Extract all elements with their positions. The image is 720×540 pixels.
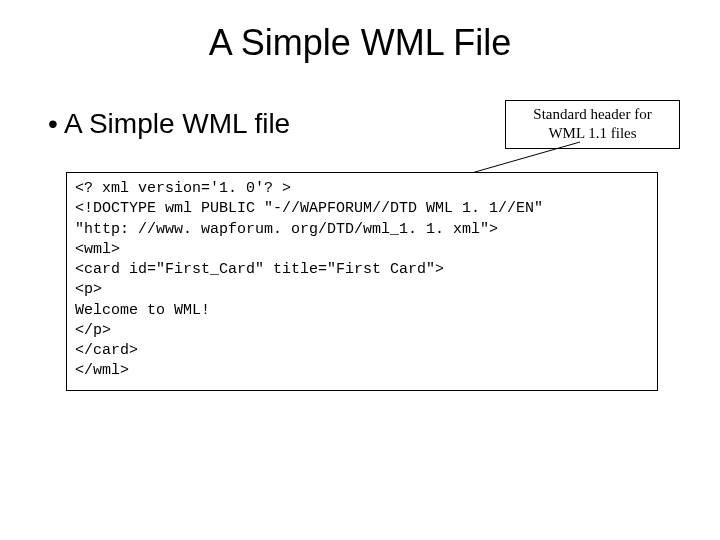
slide-title: A Simple WML File: [0, 22, 720, 64]
callout-line1: Standard header for: [510, 105, 675, 124]
bullet-item: • A Simple WML file: [48, 108, 290, 140]
callout-line2: WML 1.1 files: [510, 124, 675, 143]
code-box: <? xml version='1. 0'? > <!DOCTYPE wml P…: [66, 172, 658, 391]
